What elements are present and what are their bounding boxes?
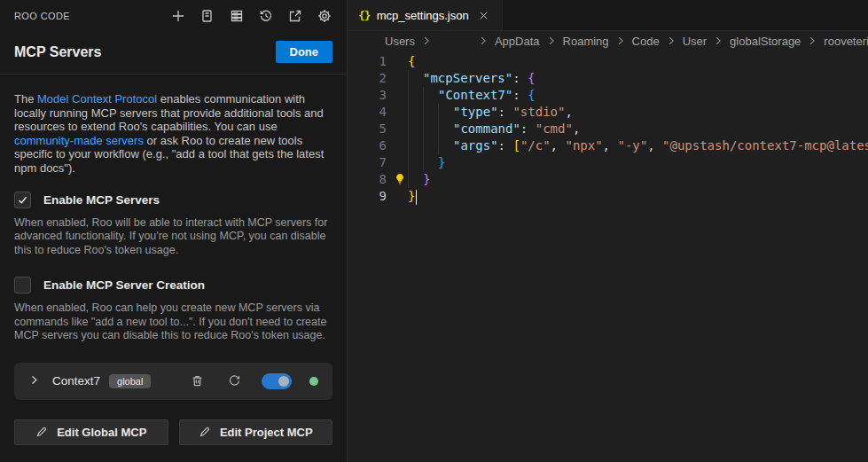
- indent-guide: [408, 171, 423, 188]
- breadcrumb-chevron-icon: [666, 35, 676, 46]
- token-b3: {: [528, 88, 535, 102]
- line-number: 2: [348, 70, 387, 87]
- server-status-dot: [309, 377, 318, 386]
- code-line: 7}: [348, 154, 868, 171]
- breadcrumb-item[interactable]: rooveterinaryinc.roo-cli: [824, 35, 868, 48]
- mcp-settings-content: The Model Context Protocol enables commu…: [0, 74, 347, 445]
- line-number: 3: [348, 87, 387, 104]
- line-content: {: [408, 53, 415, 70]
- check-icon: [17, 194, 28, 206]
- breadcrumb-item[interactable]: globalStorage: [730, 35, 801, 48]
- code-line: 9}: [348, 188, 868, 205]
- line-content: }: [408, 154, 445, 171]
- tab-filename: mcp_settings.json: [377, 9, 469, 22]
- intro-link[interactable]: community-made servers: [14, 134, 144, 147]
- breadcrumb-item[interactable]: Users: [385, 35, 415, 48]
- token-str: "npx": [565, 138, 602, 153]
- enable-mcp-creation-label: Enable MCP Server Creation: [43, 278, 205, 292]
- enable-mcp-creation-row: Enable MCP Server Creation: [14, 277, 332, 294]
- mcp-server-icon[interactable]: [227, 6, 246, 26]
- panel-toolbar: [168, 6, 334, 26]
- token-str: "-y": [617, 138, 647, 153]
- line-number: 9: [348, 188, 387, 205]
- breadcrumb-chevron-icon: [478, 35, 489, 46]
- server-enabled-toggle[interactable]: [262, 373, 292, 389]
- breadcrumb-chevron-icon: [713, 35, 723, 46]
- intro-link[interactable]: Model Context Protocol: [37, 92, 157, 106]
- line-number: 1: [348, 53, 387, 70]
- indent-guide: [408, 104, 423, 121]
- code-line: 5"command": "cmd",: [348, 121, 868, 137]
- edit-project-mcp-button[interactable]: Edit Project MCP: [179, 419, 333, 445]
- enable-mcp-creation-checkbox[interactable]: [14, 277, 31, 294]
- breadcrumb-chevron-icon: [546, 35, 557, 46]
- roo-code-panel: ROO CODE: [0, 0, 348, 462]
- panel-header: ROO CODE: [0, 0, 347, 32]
- new-task-plus-icon[interactable]: [168, 6, 188, 26]
- indent-guide: [408, 70, 423, 87]
- intro-paragraph: The Model Context Protocol enables commu…: [14, 92, 332, 176]
- editor-group: {} mcp_settings.json UsersAppDataRoaming…: [348, 0, 868, 462]
- history-icon[interactable]: [256, 6, 276, 26]
- tab-close-icon[interactable]: [475, 6, 493, 24]
- indent-guide: [408, 121, 423, 137]
- breadcrumb-chevron-icon: [615, 35, 626, 46]
- text-cursor: [416, 190, 417, 205]
- done-button[interactable]: Done: [276, 41, 333, 63]
- mcp-edit-buttons: Edit Global MCP Edit Project MCP: [14, 419, 332, 445]
- breadcrumb-item[interactable]: Roaming: [563, 35, 609, 48]
- line-content: "Context7": {: [408, 87, 536, 104]
- breadcrumb-chevron-icon: [421, 35, 432, 46]
- line-content: }: [408, 171, 430, 188]
- line-content: "args": ["/c", "npx", "-y", "@upstash/co…: [408, 137, 868, 154]
- line-content: }: [408, 188, 417, 205]
- indent-guide: [423, 137, 438, 154]
- pencil-icon: [199, 426, 211, 438]
- pencil-icon: [35, 426, 48, 438]
- line-content: "mcpServers": {: [408, 70, 535, 87]
- open-in-editor-icon[interactable]: [285, 6, 305, 26]
- token-pn: ,: [647, 138, 662, 153]
- token-pn: ,: [551, 138, 566, 153]
- token-b1: [: [512, 138, 520, 153]
- indent-guide: [408, 137, 423, 154]
- restart-refresh-icon[interactable]: [224, 372, 244, 391]
- editor-tabbar: {} mcp_settings.json: [348, 0, 868, 31]
- token-str: "/c": [520, 138, 551, 153]
- mcp-header-row: MCP Servers Done: [0, 32, 347, 74]
- settings-gear-icon[interactable]: [315, 6, 334, 26]
- prompts-notebook-icon[interactable]: [198, 6, 217, 26]
- breadcrumb-item[interactable]: User: [683, 35, 707, 48]
- indent-guide: [423, 87, 438, 104]
- token-pn: ,: [573, 121, 580, 136]
- code-editor[interactable]: 1{2"mcpServers": {3"Context7": {4"type":…: [348, 51, 868, 462]
- enable-mcp-servers-label: Enable MCP Servers: [43, 193, 160, 207]
- line-content: "type": "stdio",: [408, 104, 573, 121]
- token-pn: ,: [603, 138, 618, 153]
- server-row-context7[interactable]: Context7 global: [14, 363, 332, 400]
- indent-guide: [438, 121, 453, 137]
- indent-guide: [408, 154, 423, 171]
- vscode-window: ROO CODE: [0, 0, 868, 462]
- chevron-right-icon[interactable]: [28, 373, 40, 389]
- edit-global-mcp-button[interactable]: Edit Global MCP: [14, 419, 168, 445]
- delete-trash-icon[interactable]: [187, 372, 207, 391]
- token-str: "stdio": [512, 105, 565, 119]
- code-line: 8}: [348, 171, 868, 188]
- code-line: 3"Context7": {: [348, 87, 868, 104]
- lightbulb-icon[interactable]: [394, 173, 406, 185]
- line-number: 6: [348, 137, 387, 154]
- indent-guide: [423, 121, 438, 137]
- tab-mcp-settings-json[interactable]: {} mcp_settings.json: [348, 0, 503, 30]
- indent-guide: [423, 104, 438, 121]
- line-number: 4: [348, 104, 387, 121]
- breadcrumb: UsersAppDataRoamingCodeUserglobalStorage…: [348, 31, 868, 51]
- intro-text: The: [14, 92, 37, 106]
- line-number: 7: [348, 154, 387, 171]
- edit-project-mcp-label: Edit Project MCP: [220, 426, 313, 439]
- token-key: "args": [453, 138, 498, 153]
- breadcrumb-item[interactable]: Code: [632, 35, 660, 48]
- breadcrumb-item[interactable]: AppData: [495, 35, 540, 48]
- enable-mcp-servers-checkbox[interactable]: [14, 192, 31, 208]
- token-pn: :: [512, 88, 528, 102]
